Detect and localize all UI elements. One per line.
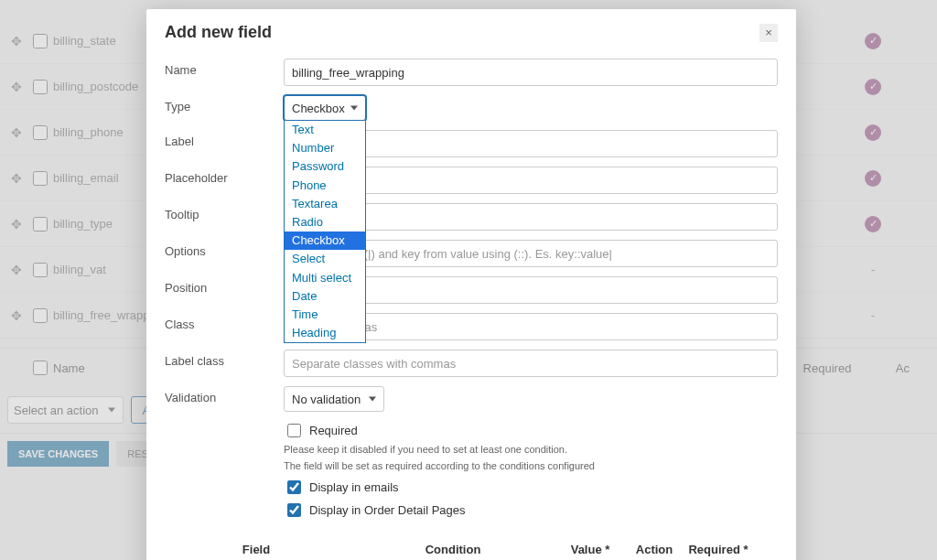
type-option[interactable]: Select: [285, 250, 365, 268]
cond-h-action: Action: [622, 543, 686, 556]
label-label: Label: [165, 130, 284, 148]
conditions-header: Field Condition Value * Action Required …: [165, 543, 778, 556]
type-select[interactable]: Checkbox: [284, 95, 366, 121]
label-class-input[interactable]: [284, 350, 778, 377]
placeholder-label: Placeholder: [165, 167, 284, 185]
type-option[interactable]: Number: [285, 139, 365, 157]
required-help-1: Please keep it disabled if you need to s…: [284, 443, 778, 457]
type-option[interactable]: Heading: [285, 324, 365, 342]
display-emails-checkbox[interactable]: [287, 480, 301, 494]
name-input[interactable]: [284, 59, 778, 86]
type-option[interactable]: Date: [285, 287, 365, 306]
validation-label: Validation: [165, 386, 284, 404]
type-option[interactable]: Radio: [285, 213, 365, 232]
type-option[interactable]: Checkbox: [285, 232, 365, 250]
add-new-field-modal: Add new field × Name Type Checkbox TextN…: [146, 9, 796, 560]
display-order-checkbox[interactable]: [287, 503, 301, 517]
cond-h-required: Required *: [686, 543, 750, 556]
required-help-2: The field will be set as required accord…: [284, 459, 778, 473]
required-checkbox[interactable]: [287, 424, 301, 437]
type-option[interactable]: Multi select: [285, 269, 365, 287]
modal-title: Add new field: [165, 23, 272, 42]
type-option[interactable]: Password: [285, 157, 365, 176]
position-label: Position: [165, 276, 284, 295]
type-option[interactable]: Time: [285, 306, 365, 324]
cond-h-condition: Condition: [348, 543, 558, 556]
display-emails-label: Display in emails: [309, 480, 399, 494]
tooltip-label: Tooltip: [165, 203, 284, 221]
validation-select[interactable]: No validation: [284, 386, 384, 412]
cond-h-field: Field: [165, 543, 348, 556]
type-option[interactable]: Phone: [285, 177, 365, 195]
options-label: Options: [165, 240, 284, 258]
close-icon[interactable]: ×: [759, 24, 778, 42]
label-class-label: Label class: [165, 350, 284, 368]
name-label: Name: [165, 59, 284, 77]
type-option[interactable]: Text: [285, 121, 365, 139]
type-dropdown-list[interactable]: TextNumberPasswordPhoneTextareaRadioChec…: [284, 121, 366, 343]
type-option[interactable]: Textarea: [285, 195, 365, 213]
type-label: Type: [165, 95, 284, 113]
cond-h-value: Value *: [558, 543, 622, 556]
class-label: Class: [165, 313, 284, 331]
display-order-label: Display in Order Detail Pages: [309, 503, 466, 517]
required-label: Required: [309, 424, 358, 437]
